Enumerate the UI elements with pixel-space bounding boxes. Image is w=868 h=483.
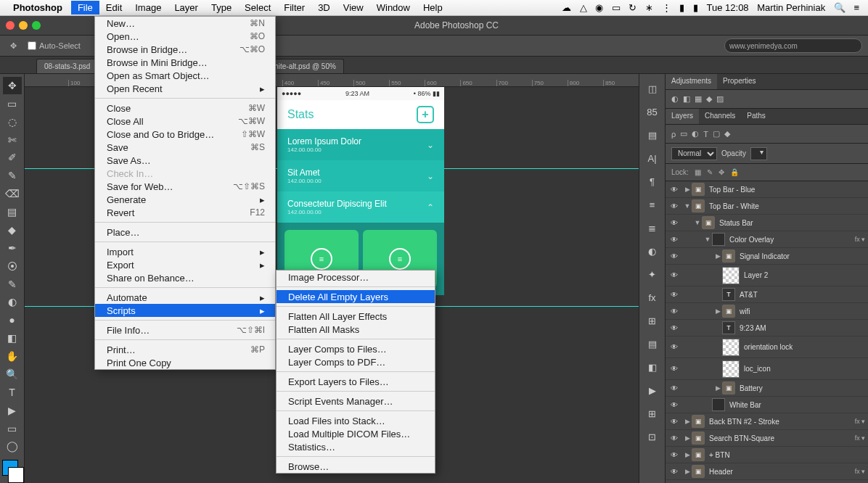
layer-row[interactable]: 👁▶▣+ BTN: [666, 447, 868, 463]
menu-item[interactable]: Close and Go to Bridge…⇧⌘W: [95, 128, 275, 141]
layer-name[interactable]: Signal Indicator: [740, 252, 868, 260]
timemachine-icon[interactable]: ↻: [629, 2, 636, 13]
tool-icon[interactable]: ◯: [3, 438, 22, 455]
panel-icon[interactable]: ⊞: [642, 310, 663, 331]
fx-badge[interactable]: fx ▾: [852, 418, 868, 425]
panel-icon[interactable]: ¶: [642, 171, 663, 191]
layer-row[interactable]: 👁▶▣Headerfx ▾: [666, 463, 868, 480]
filter-icon[interactable]: ◆: [724, 129, 730, 139]
layer-row[interactable]: 👁Layer 2: [666, 265, 868, 286]
panel-icon[interactable]: ▶: [642, 380, 663, 400]
menu-item[interactable]: Open Recent▸: [95, 82, 275, 95]
layer-row[interactable]: 👁▶▣Battery: [666, 380, 868, 397]
disclosure-arrow-icon[interactable]: ▼: [693, 219, 702, 226]
menu-window[interactable]: Window: [370, 1, 417, 15]
menu-item[interactable]: Generate▸: [95, 193, 275, 206]
disclosure-arrow-icon[interactable]: ▶: [713, 384, 722, 392]
layer-row[interactable]: 👁White Bar: [666, 397, 868, 413]
disclosure-arrow-icon[interactable]: ▶: [713, 252, 722, 260]
tool-icon[interactable]: ✒: [3, 239, 22, 257]
visibility-eye-icon[interactable]: 👁: [666, 291, 683, 299]
menu-item[interactable]: Open as Smart Object…: [95, 69, 275, 82]
layer-name[interactable]: Layer 2: [744, 271, 868, 279]
menu-item[interactable]: Print…⌘P: [95, 343, 275, 356]
menu-item[interactable]: Browse…: [277, 460, 435, 473]
menu-file[interactable]: File: [71, 1, 99, 15]
layer-name[interactable]: Top Bar - Blue: [709, 186, 868, 194]
zoom-icon[interactable]: [32, 21, 41, 30]
tool-icon[interactable]: ✐: [3, 149, 22, 167]
menu-image[interactable]: Image: [128, 1, 168, 15]
tab-layers[interactable]: Layers: [666, 109, 699, 124]
scripts-submenu[interactable]: Image Processor…Delete All Empty LayersF…: [276, 270, 435, 474]
panel-icon[interactable]: ▤: [642, 334, 663, 354]
menu-item[interactable]: Share on Behance…: [95, 271, 275, 284]
visibility-eye-icon[interactable]: 👁: [666, 236, 683, 244]
layer-name[interactable]: Header: [709, 468, 852, 476]
sync-icon[interactable]: ◉: [595, 2, 603, 13]
layer-row[interactable]: 👁▼▣Top Bar - White: [666, 198, 868, 215]
wifi-icon[interactable]: ⋮: [662, 2, 671, 13]
tool-icon[interactable]: ◐: [3, 294, 22, 311]
window-controls[interactable]: [6, 21, 41, 30]
menu-view[interactable]: View: [337, 1, 370, 15]
menu-type[interactable]: Type: [205, 1, 238, 15]
tool-icon[interactable]: ✄: [3, 131, 22, 149]
panel-icon[interactable]: ◫: [642, 78, 663, 99]
visibility-eye-icon[interactable]: 👁: [666, 434, 683, 442]
tool-icon[interactable]: ◌: [3, 113, 22, 131]
menu-item[interactable]: Script Events Manager…: [277, 395, 435, 408]
disclosure-arrow-icon[interactable]: ▶: [683, 434, 692, 442]
icon[interactable]: ◆: [706, 94, 712, 104]
visibility-eye-icon[interactable]: 👁: [666, 202, 683, 210]
icon[interactable]: ◐: [671, 94, 679, 104]
layer-row[interactable]: 👁orientation lock: [666, 337, 868, 358]
visibility-eye-icon[interactable]: 👁: [666, 307, 683, 315]
layer-row[interactable]: 👁▶▣Search BTN-Squarefx ▾: [666, 430, 868, 447]
menu-item[interactable]: Place…: [95, 226, 275, 239]
menu-item[interactable]: Delete All Empty Layers: [277, 290, 435, 303]
layer-row[interactable]: 👁▼Color Overlayfx ▾: [666, 231, 868, 248]
panel-icon[interactable]: ◧: [642, 357, 663, 377]
visibility-eye-icon[interactable]: 👁: [666, 324, 683, 332]
menu-item[interactable]: Image Processor…: [277, 271, 435, 284]
visibility-eye-icon[interactable]: 👁: [666, 451, 683, 459]
layer-name[interactable]: Back BTN #2 - Stroke: [709, 418, 852, 426]
menu-item[interactable]: Close⌘W: [95, 102, 275, 115]
tool-icon[interactable]: ✎: [3, 276, 22, 293]
panel-icon[interactable]: fx: [642, 287, 663, 307]
menu-item[interactable]: Import▸: [95, 245, 275, 258]
notifications-icon[interactable]: ≡: [853, 2, 859, 13]
clock[interactable]: Tue 12:08: [707, 2, 749, 13]
menu-item[interactable]: Open…⌘O: [95, 30, 275, 43]
layer-row[interactable]: 👁loc_icon: [666, 358, 868, 380]
close-icon[interactable]: [6, 21, 15, 30]
layer-name[interactable]: Status Bar: [719, 219, 868, 227]
menu-item[interactable]: Layer Comps to Files…: [277, 342, 435, 355]
menu-item[interactable]: Export Layers to Files…: [277, 375, 435, 388]
visibility-eye-icon[interactable]: 👁: [666, 468, 683, 476]
fx-badge[interactable]: fx ▾: [852, 236, 868, 243]
tool-icon[interactable]: ▭: [3, 95, 22, 112]
menu-item[interactable]: Print One Copy: [95, 356, 275, 369]
menu-item[interactable]: Scripts▸: [95, 304, 275, 317]
menu-3d[interactable]: 3D: [311, 1, 337, 15]
tool-icon[interactable]: ▤: [3, 203, 22, 220]
visibility-eye-icon[interactable]: 👁: [666, 343, 683, 351]
lock-all-icon[interactable]: 🔒: [730, 168, 739, 176]
gdrive-icon[interactable]: △: [580, 2, 587, 13]
layer-name[interactable]: wifi: [740, 307, 868, 315]
move-tool-icon[interactable]: ✥: [6, 38, 20, 53]
menu-item[interactable]: Load Files into Stack…: [277, 414, 435, 427]
minimize-icon[interactable]: [19, 21, 28, 30]
dropbox-icon[interactable]: ☁: [562, 2, 571, 13]
tool-icon[interactable]: ◆: [3, 221, 22, 239]
filter-icon[interactable]: ◐: [692, 129, 699, 139]
disclosure-arrow-icon[interactable]: ▼: [683, 202, 692, 210]
layer-name[interactable]: orientation lock: [744, 343, 868, 351]
menu-item[interactable]: New…⌘N: [95, 17, 275, 30]
icon[interactable]: ▦: [695, 94, 702, 104]
menu-item[interactable]: Load Multiple DICOM Files…: [277, 427, 435, 440]
layer-name[interactable]: Search BTN-Square: [709, 434, 852, 442]
bluetooth-icon[interactable]: ∗: [645, 2, 653, 13]
